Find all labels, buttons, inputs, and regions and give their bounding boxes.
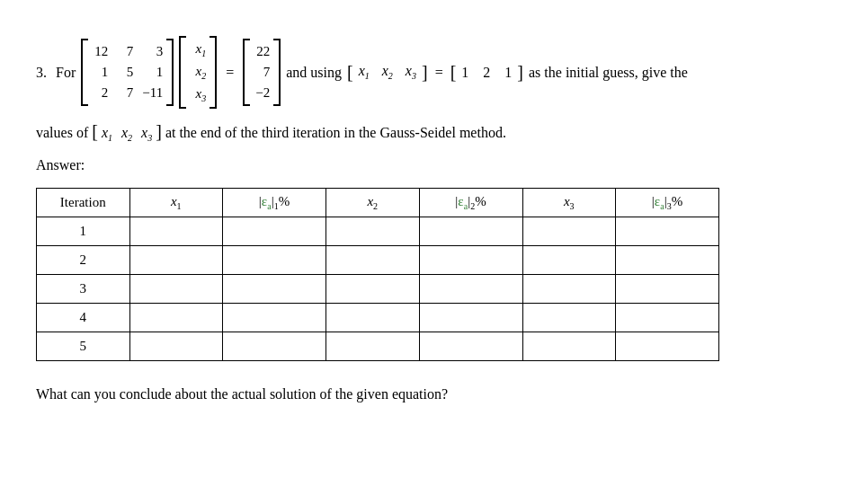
table-header-row: Iteration x1 |εa|1% x2 |εa|2% x3 |εa|3% (37, 189, 719, 217)
th-err1: |εa|1% (223, 189, 326, 217)
b1: 22 (254, 42, 270, 61)
table-row: 4 (37, 304, 719, 332)
x2-init: x2 (382, 63, 393, 81)
iter-3: 3 (37, 275, 130, 304)
bracket-values-right: ] (156, 121, 162, 142)
err3-row4 (616, 304, 719, 332)
err1-row1 (223, 217, 326, 246)
x1-values: x1 (102, 125, 112, 143)
a11: 12 (92, 42, 108, 61)
initial-guess-label: as the initial guess, give the (529, 65, 688, 81)
x2-row1 (326, 217, 420, 246)
x3-row5 (522, 332, 616, 361)
err1-row3 (223, 275, 326, 304)
a33: −11 (142, 84, 163, 102)
var-vector-content: x1 x2 x3 (186, 36, 210, 109)
x1-row2 (129, 246, 223, 275)
th-x3: x3 (522, 189, 616, 217)
x1-row4 (129, 304, 223, 332)
b-vector-content: 22 7 −2 (250, 39, 273, 106)
err2-row4 (419, 304, 522, 332)
x2-row3 (326, 275, 420, 304)
bracket-inline-left-2: [ (450, 62, 457, 83)
problem-header: 3. For 12 7 3 1 5 1 2 7 −11 x1 x2 (36, 36, 829, 109)
x2-row5 (326, 332, 420, 361)
b2: 7 (254, 63, 270, 82)
err2-row1 (419, 217, 522, 246)
problem-section: 3. For 12 7 3 1 5 1 2 7 −11 x1 x2 (36, 36, 829, 402)
x3-row3 (522, 275, 616, 304)
err3-row1 (616, 217, 719, 246)
x1-init: x1 (359, 63, 370, 81)
iter-5: 5 (37, 332, 130, 361)
bracket-right-x (210, 36, 217, 109)
x3-values: x3 (141, 125, 152, 143)
bracket-values-left: [ (92, 121, 98, 142)
table-row: 2 (37, 246, 719, 275)
iter-2: 2 (37, 246, 130, 275)
problem-number: 3. (36, 65, 47, 81)
th-iteration: Iteration (37, 189, 130, 217)
x2-row4 (326, 304, 420, 332)
th-err2: |εa|2% (419, 189, 522, 217)
table-row: 1 (37, 217, 719, 246)
x3-var: x3 (190, 84, 206, 105)
answer-label: Answer: (36, 157, 829, 173)
x2-row2 (326, 246, 420, 275)
x3-init: x3 (406, 63, 416, 81)
table-row: 3 (37, 275, 719, 304)
a22: 5 (117, 63, 133, 82)
matrix-a-content: 12 7 3 1 5 1 2 7 −11 (88, 39, 166, 106)
values-of-label: values of (36, 125, 88, 141)
err2-row2 (419, 246, 522, 275)
table-row: 5 (37, 332, 719, 361)
x2-values: x2 (121, 125, 132, 143)
a13: 3 (142, 42, 163, 61)
err2-row5 (419, 332, 522, 361)
bracket-left-x (179, 36, 186, 109)
values-line: values of [ x1 x2 x3 ] at the end of the… (36, 121, 829, 143)
iteration-table: Iteration x1 |εa|1% x2 |εa|2% x3 |εa|3% (36, 188, 719, 361)
a32: 7 (117, 84, 133, 102)
b-vector: 22 7 −2 (243, 39, 281, 106)
x3-row4 (522, 304, 616, 332)
bracket-right-a (166, 39, 174, 106)
conclusion: What can you conclude about the actual s… (36, 386, 829, 402)
x1-row5 (129, 332, 223, 361)
err3-display: |εa|3% (652, 194, 682, 208)
th-x2: x2 (326, 189, 420, 217)
bracket-left-a (81, 39, 88, 106)
err1-row5 (223, 332, 326, 361)
x3-row1 (522, 217, 616, 246)
matrix-a: 12 7 3 1 5 1 2 7 −11 (81, 39, 174, 106)
equals-sign: = (222, 65, 237, 81)
bracket-inline-right-1: ] (422, 62, 428, 83)
b3: −2 (254, 84, 270, 102)
err3-row2 (616, 246, 719, 275)
bracket-left-b (243, 39, 250, 106)
err2-row3 (419, 275, 522, 304)
x1-row3 (129, 275, 223, 304)
bracket-right-b (273, 39, 281, 106)
iter-4: 4 (37, 304, 130, 332)
a12: 7 (117, 42, 133, 61)
values-desc: at the end of the third iteration in the… (165, 125, 506, 141)
x2-var: x2 (190, 62, 206, 83)
init-val-2: 2 (483, 65, 490, 81)
err1-display: |εa|1% (259, 194, 290, 208)
err2-display: |εa|2% (455, 194, 486, 208)
err1-row4 (223, 304, 326, 332)
a31: 2 (92, 84, 108, 102)
a21: 1 (92, 63, 108, 82)
for-label: For (56, 65, 76, 81)
x1-var: x1 (190, 40, 206, 60)
err3-row5 (616, 332, 719, 361)
iter-1: 1 (37, 217, 130, 246)
bracket-inline-left-1: [ (347, 62, 353, 83)
err3-row3 (616, 275, 719, 304)
x3-row2 (522, 246, 616, 275)
and-using-label: and using (286, 65, 342, 81)
x1-row1 (129, 217, 223, 246)
table-body: 1 2 3 (37, 217, 719, 361)
th-x1: x1 (129, 189, 223, 217)
